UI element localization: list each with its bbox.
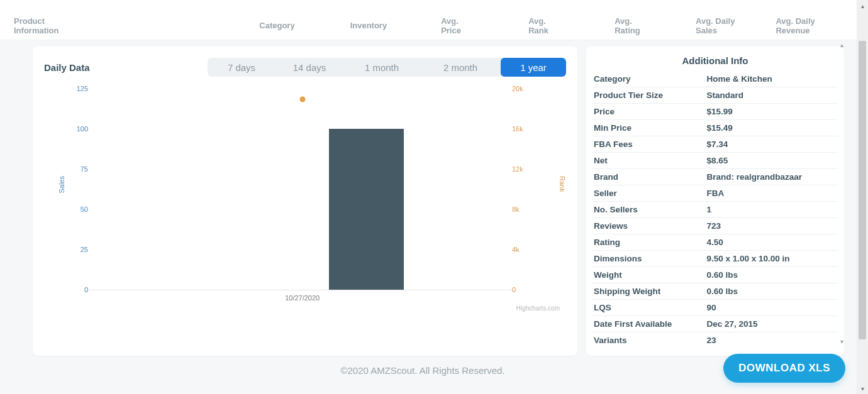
info-value: 4.50 [705, 234, 838, 251]
y-tick-right: 4k [512, 246, 528, 253]
chart-credit: Highcharts.com [516, 305, 560, 312]
table-row: SellerFBA [593, 185, 838, 202]
info-value: $7.34 [705, 136, 838, 153]
y-tick-right: 8k [512, 205, 528, 213]
plot-area [88, 89, 513, 290]
table-row: FBA Fees$7.34 [593, 136, 838, 153]
inner-scrollbar[interactable]: ▴ ▾ [838, 40, 845, 346]
table-row: Rating4.50 [593, 234, 838, 251]
tab-avg-daily-sales[interactable]: Avg. Daily Sales [696, 16, 752, 35]
info-value: Home & Kitchen [705, 71, 838, 87]
y-tick-left: 0 [73, 286, 88, 293]
download-xls-button[interactable]: DOWNLOAD XLS [723, 354, 845, 383]
range-tab-1-month[interactable]: 1 month [343, 58, 420, 77]
table-row: Min Price$15.49 [593, 120, 838, 136]
info-value: FBA [705, 185, 838, 202]
table-row: Price$15.99 [593, 104, 838, 120]
info-value: $8.65 [705, 153, 838, 169]
info-value: Dec 27, 2015 [705, 316, 838, 332]
table-row: Reviews723 [593, 218, 838, 234]
range-tab-14-days[interactable]: 14 days [275, 58, 343, 77]
range-tab-7-days[interactable]: 7 days [208, 58, 275, 77]
scroll-down-arrow-icon[interactable]: ▾ [857, 383, 868, 394]
table-row: No. Sellers1 [593, 202, 838, 218]
daily-data-title: Daily Data [44, 62, 90, 73]
info-value: $15.49 [705, 120, 838, 136]
info-key: Shipping Weight [593, 283, 705, 300]
daily-data-card: Daily Data 7 days14 days1 month2 month1 … [33, 47, 577, 356]
info-value: 9.50 x 1.00 x 10.00 in [705, 251, 838, 267]
additional-info-title: Additional Info [593, 53, 838, 71]
info-key: Price [593, 104, 705, 120]
tab-avg-price[interactable]: Avg. Price [441, 16, 477, 35]
info-value: 0.60 lbs [705, 267, 838, 283]
scroll-thumb[interactable] [859, 41, 866, 339]
table-row: LQS90 [593, 300, 838, 316]
range-tab-2-month[interactable]: 2 month [420, 58, 501, 77]
info-value: Standard [705, 87, 838, 104]
info-key: Product Tier Size [593, 87, 705, 104]
y-tick-left: 100 [73, 125, 88, 133]
column-headers: Product Information Category Inventory A… [0, 11, 857, 40]
date-range-tabs: 7 days14 days1 month2 month1 year [208, 58, 566, 77]
daily-chart: Sales Rank Highcharts.com 02550751001250… [44, 82, 566, 320]
y-tick-right: 16k [512, 125, 528, 133]
info-key: Weight [593, 267, 705, 283]
inner-scroll-up-icon[interactable]: ▴ [838, 40, 845, 49]
y-tick-left: 125 [73, 85, 88, 92]
info-value: 723 [705, 218, 838, 234]
info-key: No. Sellers [593, 202, 705, 218]
y-tick-left: 50 [73, 205, 88, 213]
info-key: Dimensions [593, 251, 705, 267]
table-row: Shipping Weight0.60 lbs [593, 283, 838, 300]
tab-avg-rating[interactable]: Avg. Rating [615, 16, 655, 35]
tab-category[interactable]: Category [259, 21, 294, 30]
tab-inventory[interactable]: Inventory [350, 21, 387, 30]
y-tick-right: 0 [512, 286, 528, 293]
info-key: Seller [593, 185, 705, 202]
tab-avg-daily-revenue[interactable]: Avg. Daily Revenue [776, 16, 844, 35]
additional-info-card: Additional Info CategoryHome & KitchenPr… [586, 47, 844, 356]
y-tick-left: 25 [73, 246, 88, 253]
additional-info-table: CategoryHome & KitchenProduct Tier SizeS… [593, 71, 838, 348]
info-key: LQS [593, 300, 705, 316]
info-key: Brand [593, 169, 705, 185]
info-value: 1 [705, 202, 838, 218]
inner-scroll-down-icon[interactable]: ▾ [838, 337, 845, 346]
copyright-text: ©2020 AMZScout. All Rights Reserved. [340, 365, 504, 376]
x-tick: 10/27/2020 [285, 294, 320, 302]
table-row: Date First AvailableDec 27, 2015 [593, 316, 838, 332]
y-tick-right: 12k [512, 165, 528, 173]
rank-point [299, 97, 305, 102]
table-row: Product Tier SizeStandard [593, 87, 838, 104]
footer: ©2020 AMZScout. All Rights Reserved. [0, 346, 845, 394]
tab-avg-rank[interactable]: Avg. Rank [528, 16, 564, 35]
scroll-up-arrow-icon[interactable]: ▴ [857, 0, 868, 11]
info-key: Date First Available [593, 316, 705, 332]
tab-product-information[interactable]: Product Information [14, 16, 84, 35]
info-key: Category [593, 71, 705, 87]
y-right-axis-label: Rank [559, 176, 566, 192]
table-row: Dimensions9.50 x 1.00 x 10.00 in [593, 251, 838, 267]
info-value: $15.99 [705, 104, 838, 120]
info-value: Brand: realgrandbazaar [705, 169, 838, 185]
top-whitespace [0, 0, 857, 11]
table-row: Net$8.65 [593, 153, 838, 169]
y-tick-left: 75 [73, 165, 88, 173]
info-key: FBA Fees [593, 136, 705, 153]
info-value: 90 [705, 300, 838, 316]
y-left-axis-label: Sales [58, 176, 65, 194]
info-key: Min Price [593, 120, 705, 136]
table-row: CategoryHome & Kitchen [593, 71, 838, 87]
y-tick-right: 20k [512, 85, 528, 92]
info-value: 0.60 lbs [705, 283, 838, 300]
table-row: Weight0.60 lbs [593, 267, 838, 283]
window-scrollbar[interactable]: ▴ ▾ [857, 0, 868, 394]
range-tab-1-year[interactable]: 1 year [501, 58, 566, 77]
info-key: Net [593, 153, 705, 169]
info-key: Reviews [593, 218, 705, 234]
table-row: BrandBrand: realgrandbazaar [593, 169, 838, 185]
sales-bar [329, 129, 404, 290]
info-key: Rating [593, 234, 705, 251]
